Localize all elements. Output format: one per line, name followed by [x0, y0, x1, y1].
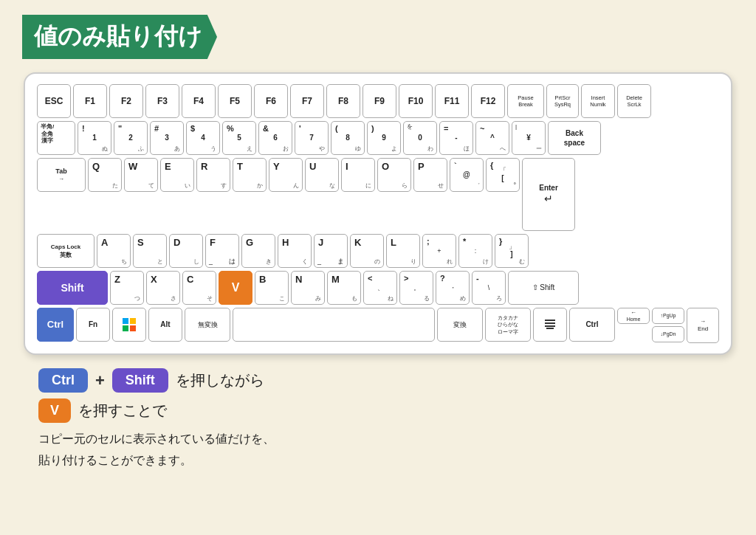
key-f11[interactable]: F11 [435, 84, 469, 118]
description: コピー元のセルに表示されている値だけを、 貼り付けることができます。 [38, 429, 732, 472]
key-kana[interactable]: カタカナひらがなローマ字 [485, 308, 531, 342]
key-1[interactable]: !1ぬ [78, 121, 111, 155]
key-at[interactable]: `@゛ [450, 158, 484, 192]
key-win[interactable] [112, 308, 146, 342]
key-9[interactable]: )9よ [367, 121, 401, 155]
key-f2[interactable]: F2 [109, 84, 143, 118]
key-backslash[interactable]: - \ ろ [472, 271, 506, 305]
function-key-row: ESC F1 F2 F3 F4 F5 F6 F7 F8 F9 F10 F11 F… [37, 84, 719, 118]
key-u[interactable]: Uな [305, 158, 339, 192]
key-8[interactable]: (8ゆ [331, 121, 365, 155]
key-x[interactable]: Xさ [146, 271, 180, 305]
key-arrow-left[interactable]: ←Home [617, 308, 650, 324]
key-t[interactable]: Tか [233, 158, 267, 192]
key-g[interactable]: Gき [241, 234, 275, 268]
key-v[interactable]: V [219, 271, 252, 305]
key-4[interactable]: $4う [186, 121, 220, 155]
key-n[interactable]: Nみ [291, 271, 325, 305]
while-pressing-text: を押しながら [176, 370, 264, 390]
key-comma[interactable]: <、ね [363, 271, 397, 305]
key-f10[interactable]: F10 [399, 84, 433, 118]
key-f4[interactable]: F4 [182, 84, 216, 118]
number-key-row: 半角/全角漢字 !1ぬ "2ふ #3あ $4う %5え &6お '7や (8ゆ … [37, 121, 719, 155]
key-f8[interactable]: F8 [326, 84, 360, 118]
key-space[interactable] [233, 308, 435, 342]
key-w[interactable]: Wて [124, 158, 158, 192]
key-f7[interactable]: F7 [290, 84, 324, 118]
key-menu[interactable] [533, 308, 567, 342]
key-0[interactable]: を0わ [403, 121, 437, 155]
title-text: 値のみ貼り付け [34, 23, 202, 49]
key-shift-left[interactable]: Shift [37, 271, 108, 305]
key-backspace[interactable]: Backspace [548, 121, 601, 155]
key-j[interactable]: Jま_ [314, 234, 348, 268]
key-pause[interactable]: PauseBreak [507, 84, 544, 118]
key-f3[interactable]: F3 [145, 84, 179, 118]
key-c[interactable]: Cそ [182, 271, 216, 305]
key-muhenkan[interactable]: 無変換 [185, 308, 230, 342]
key-m[interactable]: Mも [327, 271, 361, 305]
key-delete[interactable]: DeleteScrLk [617, 84, 651, 118]
key-a[interactable]: Aち [97, 234, 131, 268]
key-period[interactable]: >。る [399, 271, 433, 305]
key-p[interactable]: Pせ [413, 158, 447, 192]
key-fn[interactable]: Fn [76, 308, 110, 342]
key-f5[interactable]: F5 [218, 84, 252, 118]
key-y[interactable]: Yん [269, 158, 303, 192]
shortcut-line-2: V を押すことで [38, 398, 732, 423]
key-f9[interactable]: F9 [362, 84, 396, 118]
badge-v: V [38, 398, 71, 423]
key-l[interactable]: Lり [386, 234, 420, 268]
key-3[interactable]: #3あ [150, 121, 184, 155]
key-d[interactable]: Dし [169, 234, 203, 268]
key-f6[interactable]: F6 [254, 84, 288, 118]
key-hat[interactable]: ~^へ [475, 121, 509, 155]
keyboard-wrapper: ESC F1 F2 F3 F4 F5 F6 F7 F8 F9 F10 F11 F… [24, 72, 732, 355]
key-asterisk[interactable]: *:け [458, 234, 492, 268]
key-yen[interactable]: |¥ー [512, 121, 546, 155]
key-tab[interactable]: Tab → [37, 158, 86, 192]
key-5[interactable]: %5え [222, 121, 256, 155]
key-f12[interactable]: F12 [471, 84, 505, 118]
key-ctrl-left[interactable]: Ctrl [37, 308, 74, 342]
key-minus[interactable]: =-ほ [439, 121, 473, 155]
key-6[interactable]: &6お [258, 121, 292, 155]
key-esc[interactable]: ESC [37, 84, 71, 118]
key-bracketr[interactable]: }」]む [495, 234, 529, 268]
key-q[interactable]: Qた [88, 158, 122, 192]
key-f[interactable]: Fは_ [205, 234, 239, 268]
key-plus[interactable]: ;+れ [422, 234, 456, 268]
key-pgdn[interactable]: ↓PgDn [652, 326, 684, 342]
key-r[interactable]: Rす [196, 158, 230, 192]
key-e[interactable]: Eい [160, 158, 194, 192]
key-bracketl[interactable]: {「°[ [486, 158, 520, 192]
key-hankaku[interactable]: 半角/全角漢字 [37, 121, 75, 155]
key-7[interactable]: '7や [295, 121, 329, 155]
key-k[interactable]: Kの [350, 234, 384, 268]
key-shift-right[interactable]: ⇧ Shift [508, 271, 579, 305]
key-2[interactable]: "2ふ [114, 121, 148, 155]
key-f1[interactable]: F1 [73, 84, 107, 118]
key-end[interactable]: →End [687, 308, 719, 343]
key-slash[interactable]: ?・め [436, 271, 470, 305]
svg-rect-3 [130, 325, 136, 331]
key-i[interactable]: Iに [341, 158, 375, 192]
key-s[interactable]: Sと [133, 234, 167, 268]
plus-1: + [95, 371, 105, 390]
key-b[interactable]: Bこ [255, 271, 289, 305]
key-enter[interactable]: Enter ↵ [522, 158, 575, 231]
nav-cluster: ←Home ↑PgUp ↓PgDn →End [617, 308, 719, 343]
key-insert[interactable]: InsertNumlk [581, 84, 615, 118]
key-henkan[interactable]: 変換 [437, 308, 483, 342]
key-capslock[interactable]: Caps Lock英数 [37, 234, 94, 268]
key-pgup[interactable]: ↑PgUp [652, 308, 684, 324]
key-z[interactable]: Zつ [110, 271, 144, 305]
key-o[interactable]: Oら [377, 158, 411, 192]
svg-rect-4 [545, 320, 555, 321]
key-ctrl-right[interactable]: Ctrl [569, 308, 615, 342]
bottom-row: Ctrl Fn Alt 無変換 変換 カタカナひらがなローマ字 Ctrl ←Ho… [37, 308, 719, 343]
badge-ctrl: Ctrl [38, 368, 88, 393]
key-prtscr[interactable]: PrtScrSysRq [546, 84, 579, 118]
key-alt[interactable]: Alt [148, 308, 182, 342]
key-h[interactable]: Hく [278, 234, 312, 268]
